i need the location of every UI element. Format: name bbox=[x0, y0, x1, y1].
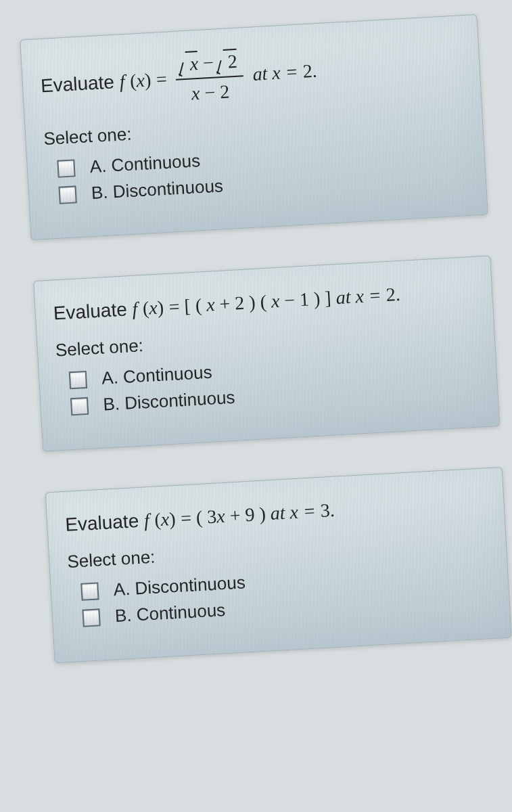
close-paren: ) bbox=[157, 296, 164, 317]
question-card: Evaluate f (x) = ( 3x + 9 ) at x = 3. Se… bbox=[45, 467, 512, 663]
option-label: B. Continuous bbox=[114, 600, 226, 627]
close-paren: ) bbox=[168, 508, 176, 529]
checkbox[interactable] bbox=[82, 608, 100, 627]
minus: − bbox=[202, 51, 218, 73]
at-value: 2. bbox=[302, 60, 318, 82]
fraction: x − 2 x − 2 bbox=[174, 47, 245, 108]
option-label: B. Discontinuous bbox=[103, 387, 236, 415]
sqrt-x: x bbox=[179, 49, 199, 78]
at-text: at x = bbox=[335, 284, 387, 308]
checkbox[interactable] bbox=[57, 159, 75, 177]
checkbox[interactable] bbox=[58, 185, 76, 204]
expression: [ ( x + 2 ) ( x − 1 ) ] bbox=[184, 287, 337, 316]
at-value: 3. bbox=[320, 499, 335, 521]
sqrt-arg: x bbox=[189, 53, 199, 74]
option-label: B. Discontinuous bbox=[91, 175, 224, 204]
fn-f: f bbox=[132, 298, 138, 319]
equals: = bbox=[168, 296, 185, 317]
fn-f: f bbox=[119, 70, 125, 91]
sqrt-2: 2 bbox=[218, 47, 238, 76]
close-paren: ) bbox=[144, 69, 152, 90]
option-label: A. Continuous bbox=[89, 150, 201, 177]
sqrt-arg-2: 2 bbox=[227, 51, 238, 72]
text-evaluate: Evaluate bbox=[40, 71, 120, 96]
at-text: at x = bbox=[270, 500, 321, 524]
checkbox[interactable] bbox=[69, 370, 87, 388]
question-card: Evaluate f (x) = [ ( x + 2 ) ( x − 1 ) ]… bbox=[33, 255, 500, 451]
expression: ( 3x + 9 ) bbox=[195, 503, 271, 528]
question-card: Evaluate f (x) = x − 2 x − 2 at x = 2. S… bbox=[20, 14, 488, 240]
checkbox[interactable] bbox=[80, 582, 99, 600]
fn-f: f bbox=[143, 510, 149, 531]
equals: = bbox=[156, 68, 172, 90]
text-evaluate: Evaluate bbox=[64, 510, 144, 535]
question-prompt: Evaluate f (x) = x − 2 x − 2 at x = 2. bbox=[39, 35, 463, 116]
text-evaluate: Evaluate bbox=[53, 298, 133, 323]
equals: = bbox=[180, 507, 196, 528]
at-text: at x = bbox=[252, 61, 304, 85]
option-label: A. Discontinuous bbox=[113, 572, 246, 600]
at-value: 2. bbox=[386, 284, 401, 305]
checkbox[interactable] bbox=[70, 397, 89, 415]
option-label: A. Continuous bbox=[101, 362, 212, 389]
